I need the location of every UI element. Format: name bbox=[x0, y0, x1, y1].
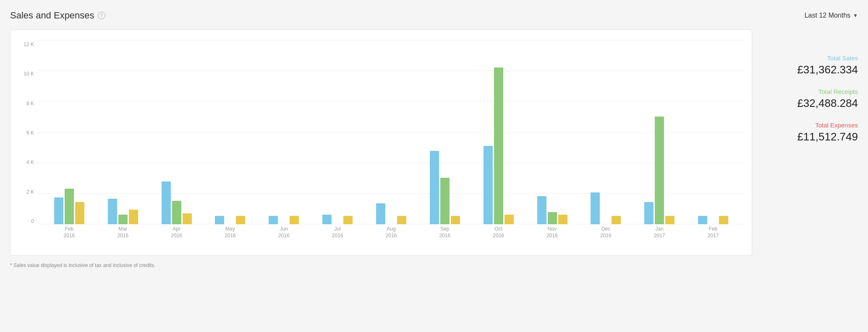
total-expenses-label: Total Expenses bbox=[815, 122, 858, 129]
x-axis-label: Apr2016 bbox=[164, 226, 189, 239]
month-group bbox=[108, 199, 138, 224]
period-selector[interactable]: Last 12 Months ▼ bbox=[805, 12, 858, 19]
total-receipts-label: Total Receipts bbox=[818, 88, 858, 95]
bars-row bbox=[54, 189, 84, 224]
month-group bbox=[484, 67, 514, 224]
bar-expenses bbox=[183, 213, 192, 224]
bar-sales bbox=[698, 216, 707, 224]
x-axis-label: Aug2016 bbox=[379, 226, 404, 239]
x-axis-label: Mar2016 bbox=[110, 226, 136, 239]
bars-row bbox=[484, 67, 514, 224]
period-label: Last 12 Months bbox=[805, 12, 850, 19]
chart-area: 02 K4 K6 K8 K10 K12 K Feb2016Mar2016Apr2… bbox=[17, 40, 745, 241]
month-group bbox=[537, 196, 567, 224]
x-axis-label: Jun2016 bbox=[271, 226, 296, 239]
x-axis-label: Dec2016 bbox=[593, 226, 618, 239]
bar-expenses bbox=[129, 210, 138, 224]
x-axis-label: Oct2016 bbox=[486, 226, 511, 239]
bars-area bbox=[37, 40, 745, 224]
main-content: 02 K4 K6 K8 K10 K12 K Feb2016Mar2016Apr2… bbox=[10, 29, 858, 256]
total-sales-label: Total Sales bbox=[827, 54, 858, 62]
y-axis-label: 4 K bbox=[17, 159, 37, 165]
footnote: * Sales value displayed is inclusive of … bbox=[10, 262, 858, 268]
month-group bbox=[430, 151, 460, 224]
bars-row bbox=[269, 216, 299, 224]
bar-expenses bbox=[505, 215, 514, 224]
page-title: Sales and Expenses bbox=[10, 10, 94, 21]
x-axis-label: Feb2017 bbox=[701, 226, 726, 239]
bar-expenses bbox=[719, 216, 728, 224]
bar-expenses bbox=[665, 216, 675, 224]
x-axis-label: Sep2016 bbox=[432, 226, 458, 239]
bar-expenses bbox=[343, 216, 353, 224]
bars-row bbox=[376, 203, 406, 224]
stat-total-expenses: Total Expenses £11,512.749 bbox=[766, 122, 858, 143]
bar-receipts bbox=[440, 178, 450, 224]
bars-row bbox=[322, 215, 353, 224]
bars-row bbox=[591, 192, 621, 224]
x-axis-label: Nov2016 bbox=[540, 226, 565, 239]
bars-row bbox=[215, 216, 245, 224]
chevron-down-icon: ▼ bbox=[853, 13, 858, 18]
header-row: Sales and Expenses ? Last 12 Months ▼ bbox=[10, 10, 858, 21]
stat-total-receipts: Total Receipts £32,488.284 bbox=[766, 88, 858, 110]
y-axis-label: 8 K bbox=[17, 101, 37, 106]
bars-row bbox=[108, 199, 138, 224]
month-group bbox=[644, 117, 675, 224]
x-axis-label: Jan2017 bbox=[647, 226, 672, 239]
bars-row bbox=[644, 117, 675, 224]
month-group bbox=[162, 182, 192, 224]
bar-sales bbox=[644, 202, 654, 224]
y-axis-label: 2 K bbox=[17, 189, 37, 195]
bar-expenses bbox=[451, 216, 460, 224]
bar-expenses bbox=[290, 216, 299, 224]
y-axis-label: 12 K bbox=[17, 42, 37, 47]
month-group bbox=[376, 203, 406, 224]
bar-receipts bbox=[118, 215, 128, 224]
chart-plot: Feb2016Mar2016Apr2016May2016Jun2016Jul20… bbox=[37, 40, 745, 241]
bar-expenses bbox=[75, 202, 84, 224]
bar-receipts bbox=[655, 117, 664, 224]
bar-sales bbox=[54, 197, 63, 224]
bar-sales bbox=[162, 182, 171, 224]
bar-sales bbox=[591, 192, 600, 224]
bar-sales bbox=[484, 146, 493, 224]
bar-sales bbox=[430, 151, 439, 224]
month-group bbox=[54, 189, 84, 224]
total-receipts-value: £32,488.284 bbox=[797, 97, 858, 110]
x-axis-label: Jul2016 bbox=[325, 226, 350, 239]
bars-row bbox=[537, 196, 567, 224]
bar-receipts bbox=[172, 201, 181, 224]
month-group bbox=[322, 215, 353, 224]
total-sales-value: £31,362.334 bbox=[797, 63, 858, 76]
bars-row bbox=[698, 216, 728, 224]
bar-receipts bbox=[548, 212, 557, 224]
y-axis-label: 0 bbox=[17, 218, 37, 224]
stat-total-sales: Total Sales £31,362.334 bbox=[766, 54, 858, 76]
bar-expenses bbox=[612, 216, 621, 224]
stats-panel: Total Sales £31,362.334 Total Receipts £… bbox=[766, 29, 858, 143]
chart-inner: 02 K4 K6 K8 K10 K12 K Feb2016Mar2016Apr2… bbox=[17, 40, 745, 241]
month-group bbox=[269, 216, 299, 224]
y-axis-label: 6 K bbox=[17, 130, 37, 136]
help-icon[interactable]: ? bbox=[98, 12, 105, 19]
y-axis: 02 K4 K6 K8 K10 K12 K bbox=[17, 40, 37, 241]
y-axis-label: 10 K bbox=[17, 71, 37, 77]
bar-expenses bbox=[397, 216, 406, 224]
bar-receipts bbox=[65, 189, 74, 224]
month-group bbox=[591, 192, 621, 224]
bars-row bbox=[430, 151, 460, 224]
bar-expenses bbox=[558, 215, 567, 224]
month-group bbox=[698, 216, 728, 224]
bar-sales bbox=[537, 196, 546, 224]
title-area: Sales and Expenses ? bbox=[10, 10, 105, 21]
month-group bbox=[215, 216, 245, 224]
bar-sales bbox=[376, 203, 385, 224]
bar-receipts bbox=[494, 67, 503, 224]
total-expenses-value: £11,512.749 bbox=[797, 130, 858, 143]
bar-sales bbox=[269, 216, 278, 224]
bars-row bbox=[162, 182, 192, 224]
bar-sales bbox=[108, 199, 117, 224]
bar-sales bbox=[215, 216, 224, 224]
bar-expenses bbox=[236, 216, 245, 224]
